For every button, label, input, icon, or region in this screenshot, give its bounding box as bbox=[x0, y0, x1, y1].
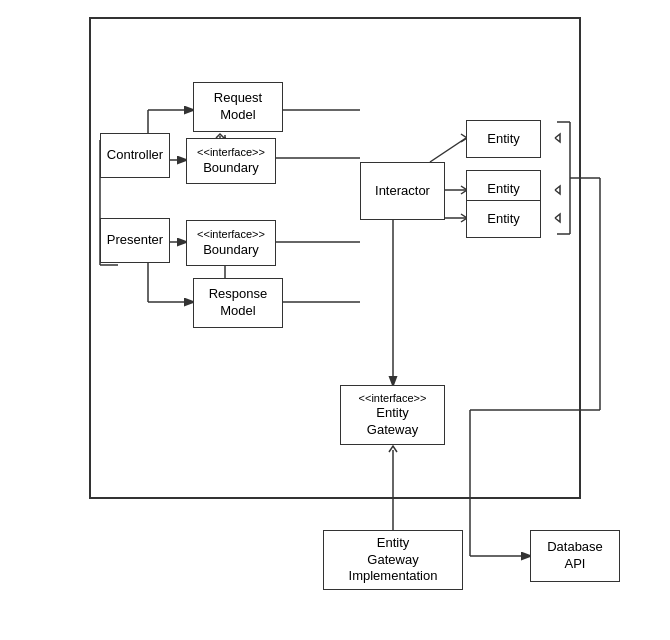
entity1-label: Entity bbox=[487, 131, 520, 148]
entity2-label: Entity bbox=[487, 181, 520, 198]
boundary-bottom-label: Boundary bbox=[203, 242, 259, 259]
entity1-box: Entity bbox=[466, 120, 541, 158]
database-api-label: Database API bbox=[547, 539, 603, 573]
response-model-box: Response Model bbox=[193, 278, 283, 328]
entity-gateway-label: Entity Gateway bbox=[367, 405, 418, 439]
entity3-box: Entity bbox=[466, 200, 541, 238]
response-model-label: Response Model bbox=[209, 286, 268, 320]
interactor-label: Interactor bbox=[375, 183, 430, 200]
boundary-top-box: <<interface>> Boundary bbox=[186, 138, 276, 184]
boundary-top-stereo: <<interface>> bbox=[197, 145, 265, 159]
interactor-box: Interactor bbox=[360, 162, 445, 220]
entity-gateway-impl-label: Entity Gateway Implementation bbox=[349, 535, 438, 586]
svg-line-18 bbox=[430, 138, 466, 162]
boundary-bottom-stereo: <<interface>> bbox=[197, 227, 265, 241]
entity3-label: Entity bbox=[487, 211, 520, 228]
controller-label: Controller bbox=[107, 147, 163, 164]
diagram-container: Controller Presenter Request Model <<int… bbox=[0, 0, 670, 640]
entity-gateway-box: <<interface>> Entity Gateway bbox=[340, 385, 445, 445]
request-model-box: Request Model bbox=[193, 82, 283, 132]
boundary-top-label: Boundary bbox=[203, 160, 259, 177]
presenter-label: Presenter bbox=[107, 232, 163, 249]
entity-gateway-impl-box: Entity Gateway Implementation bbox=[323, 530, 463, 590]
entity-gateway-stereo: <<interface>> bbox=[359, 391, 427, 405]
controller-box: Controller bbox=[100, 133, 170, 178]
request-model-label: Request Model bbox=[214, 90, 262, 124]
database-api-box: Database API bbox=[530, 530, 620, 582]
presenter-box: Presenter bbox=[100, 218, 170, 263]
boundary-bottom-box: <<interface>> Boundary bbox=[186, 220, 276, 266]
